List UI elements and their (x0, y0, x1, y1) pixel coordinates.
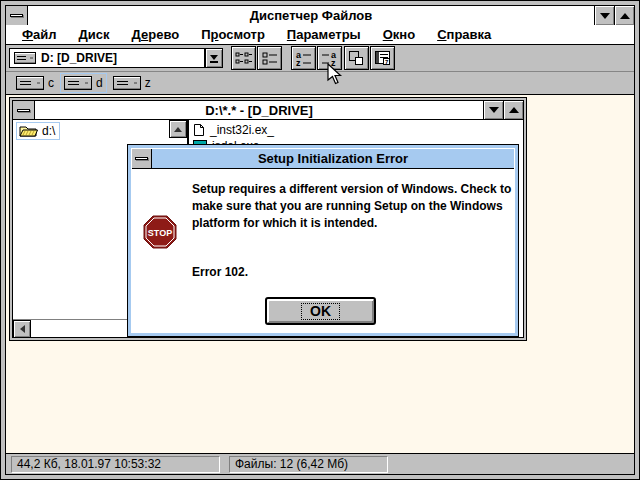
tree-item-root[interactable]: d:\ (16, 122, 60, 140)
menu-tree[interactable]: Дерево (121, 25, 191, 44)
menu-bar: Файл Диск Дерево Просмотр Параметры Окно… (6, 25, 634, 45)
file-name: _inst32i.ex_ (210, 123, 274, 137)
minimize-icon (489, 107, 499, 113)
menu-disk[interactable]: Диск (68, 25, 121, 44)
copy-icon (348, 50, 365, 66)
scroll-up-button[interactable] (169, 120, 187, 138)
dialog-titlebar: Setup Initialization Error (132, 149, 514, 169)
main-window-title: Диспетчер Файлов (28, 6, 594, 25)
document-icon (193, 123, 205, 137)
drive-bar: c d (6, 72, 634, 95)
system-menu-button[interactable] (6, 6, 28, 25)
scroll-left-icon (20, 325, 25, 333)
drive-selector[interactable]: D: [D_DRIVE] (9, 48, 205, 68)
menu-options[interactable]: Параметры (276, 25, 372, 44)
maximize-icon (509, 107, 519, 113)
directory-window-title: D:\*.* - [D_DRIVE] (35, 101, 483, 119)
drive-icon (14, 52, 36, 64)
drive-icon (64, 76, 92, 90)
sort-by-name-icon: a z (295, 50, 313, 66)
client-area: D:\*.* - [D_DRIVE] (6, 95, 634, 453)
directory-maximize-button[interactable] (503, 101, 523, 119)
maximize-button[interactable] (614, 6, 634, 25)
view-names-button[interactable] (257, 46, 282, 70)
window-layout-icon: 7 (374, 50, 392, 66)
scroll-up-icon (174, 127, 182, 132)
menu-window[interactable]: Окно (372, 25, 426, 44)
toolbar: D: [D_DRIVE] (6, 45, 634, 72)
drive-icon (113, 76, 141, 90)
dialog-title: Setup Initialization Error (152, 149, 514, 168)
svg-text:z: z (296, 58, 301, 66)
view-details-button[interactable] (231, 46, 256, 70)
stop-icon: STOP (143, 215, 177, 249)
system-menu-icon (17, 109, 30, 112)
directory-titlebar: D:\*.* - [D_DRIVE] (13, 101, 523, 120)
cursor-arrow-icon (327, 63, 343, 85)
menu-help[interactable]: Справка (426, 25, 502, 44)
ok-button-label: OK (301, 303, 340, 320)
drive-d-button[interactable]: d (60, 73, 107, 93)
status-selection-info: 44,2 Кб, 18.01.97 10:53:32 (11, 456, 220, 473)
menu-file[interactable]: Файл (11, 25, 68, 44)
tree-item-label: d:\ (42, 124, 55, 138)
directory-system-menu-button[interactable] (13, 101, 35, 119)
status-file-count: Файлы: 12 (6,42 Мб) (229, 456, 388, 473)
svg-text:STOP: STOP (148, 228, 172, 238)
dialog-system-menu-button[interactable] (132, 149, 152, 168)
dialog-message: Setup requires a different version of Wi… (192, 181, 514, 232)
window-layout-button[interactable]: 7 (370, 46, 395, 70)
dialog-error-code: Error 102. (192, 265, 248, 279)
ok-button[interactable]: OK (265, 297, 376, 325)
drive-selector-value: D: [D_DRIVE] (41, 51, 117, 65)
system-menu-icon (135, 157, 148, 160)
directory-minimize-button[interactable] (483, 101, 503, 119)
setup-error-dialog: Setup Initialization Error STOP Setup re… (127, 144, 519, 337)
menu-view[interactable]: Просмотр (190, 25, 276, 44)
drive-c-button[interactable]: c (12, 73, 58, 93)
minimize-button[interactable] (594, 6, 614, 25)
main-titlebar: Диспетчер Файлов (6, 6, 634, 25)
combo-arrow-icon (210, 53, 219, 63)
system-menu-icon (10, 14, 23, 17)
minimize-icon (600, 13, 610, 19)
drive-icon (16, 76, 44, 90)
view-names-icon (261, 51, 279, 66)
status-bar: 44,2 Кб, 18.01.97 10:53:32 Файлы: 12 (6,… (6, 453, 634, 474)
dialog-body: STOP Setup requires a different version … (132, 169, 514, 332)
scroll-left-button[interactable] (13, 320, 31, 338)
file-row[interactable]: _inst32i.ex_ (193, 122, 523, 138)
drive-selector-dropdown-button[interactable] (205, 48, 223, 68)
sort-by-name-button[interactable]: a z (291, 46, 316, 70)
file-manager-window: Диспетчер Файлов Файл Диск Дерево Просмо… (0, 0, 640, 480)
copy-button[interactable] (344, 46, 369, 70)
view-details-icon (235, 51, 253, 66)
folder-open-icon (19, 124, 38, 138)
maximize-icon (620, 13, 630, 19)
drive-z-button[interactable]: z (109, 73, 155, 93)
